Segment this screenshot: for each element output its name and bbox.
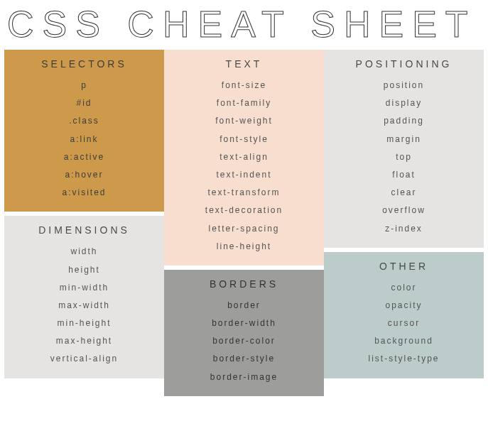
list-item: cursor	[330, 315, 478, 332]
list-item: max-height	[10, 332, 158, 350]
list-item: width	[10, 243, 158, 261]
list-item: a:active	[10, 148, 158, 166]
list-item: .class	[10, 112, 158, 130]
list-item: margin	[330, 131, 478, 148]
card-header: TEXT	[170, 58, 318, 70]
card-borders: BORDERS border border-width border-color…	[164, 270, 324, 396]
list-item: vertical-align	[10, 350, 158, 368]
list-item: min-width	[10, 279, 158, 297]
list-item: color	[330, 279, 478, 297]
list-item: border-style	[170, 350, 318, 368]
list-item: float	[330, 166, 478, 184]
card-header: OTHER	[330, 261, 478, 272]
list-item: overflow	[330, 202, 478, 219]
list-item: top	[330, 148, 478, 166]
list-item: z-index	[330, 220, 478, 238]
list-item: list-style-type	[330, 350, 478, 368]
list-item: text-transform	[170, 184, 318, 202]
card-other: OTHER color opacity cursor background li…	[324, 252, 484, 378]
list-item: border	[170, 297, 318, 315]
card-header: DIMENSIONS	[10, 224, 158, 236]
list-item: height	[10, 261, 158, 279]
list-item: #id	[10, 94, 158, 112]
list-item: font-weight	[170, 112, 318, 130]
list-item: font-size	[170, 77, 318, 94]
list-item: a:hover	[10, 166, 158, 184]
list-item: text-indent	[170, 166, 318, 184]
list-item: letter-spacing	[170, 220, 318, 238]
card-header: SELECTORS	[10, 58, 158, 70]
card-header: BORDERS	[170, 278, 318, 290]
list-item: line-height	[170, 238, 318, 256]
card-text: TEXT font-size font-family font-weight f…	[164, 50, 324, 266]
list-item: font-style	[170, 131, 318, 148]
column-right: POSITIONING position display padding mar…	[324, 50, 484, 420]
page-title: CSS CHEAT SHEET	[0, 0, 488, 50]
list-item: padding	[330, 112, 478, 130]
list-item: a:visited	[10, 184, 158, 202]
list-item: min-height	[10, 315, 158, 332]
card-header: POSITIONING	[330, 58, 478, 70]
list-item: p	[10, 77, 158, 94]
list-item: text-align	[170, 148, 318, 166]
card-selectors: SELECTORS p #id .class a:link a:active a…	[4, 50, 164, 212]
cheat-sheet-grid: SELECTORS p #id .class a:link a:active a…	[0, 50, 488, 448]
list-item: text-decoration	[170, 202, 318, 219]
list-item: display	[330, 94, 478, 112]
list-item: background	[330, 332, 478, 350]
list-item: font-family	[170, 94, 318, 112]
list-item: a:link	[10, 131, 158, 148]
list-item: clear	[330, 184, 478, 202]
list-item: border-color	[170, 332, 318, 350]
list-item: position	[330, 77, 478, 94]
card-positioning: POSITIONING position display padding mar…	[324, 50, 484, 248]
list-item: border-image	[170, 368, 318, 386]
list-item: max-width	[10, 297, 158, 315]
list-item: border-width	[170, 315, 318, 332]
card-dimensions: DIMENSIONS width height min-width max-wi…	[4, 216, 164, 378]
list-item: opacity	[330, 297, 478, 315]
column-left: SELECTORS p #id .class a:link a:active a…	[4, 50, 164, 420]
column-middle: TEXT font-size font-family font-weight f…	[164, 50, 324, 420]
